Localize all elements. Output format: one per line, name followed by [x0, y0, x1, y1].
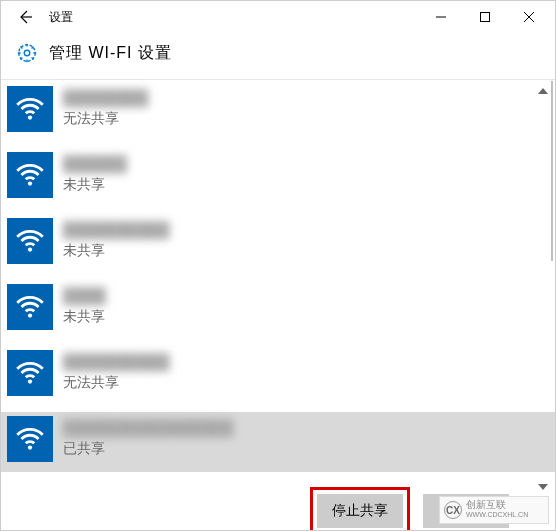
scrollbar[interactable]	[547, 81, 553, 491]
svg-point-8	[28, 247, 32, 251]
wifi-icon	[7, 416, 53, 462]
wifi-status: 未共享	[63, 176, 127, 194]
svg-rect-1	[481, 13, 490, 22]
svg-point-7	[28, 181, 32, 185]
window-controls	[419, 3, 551, 31]
wifi-info: ██████████未共享	[63, 218, 169, 260]
wifi-status: 未共享	[63, 308, 106, 326]
close-icon	[524, 12, 534, 22]
watermark-badge: CX	[444, 501, 462, 519]
wifi-name: ████████████████	[63, 418, 233, 438]
wifi-status: 已共享	[63, 440, 233, 458]
scroll-down-arrow-icon[interactable]	[537, 481, 549, 493]
back-button[interactable]	[5, 3, 45, 31]
wifi-item[interactable]: ██████未共享	[7, 148, 549, 214]
minimize-icon	[436, 12, 446, 22]
window-title: 设置	[49, 9, 419, 26]
wifi-icon	[7, 350, 53, 396]
wifi-name: ██████████	[63, 220, 169, 240]
titlebar: 设置	[1, 1, 555, 33]
svg-point-4	[24, 50, 30, 56]
wifi-name: ██████████	[63, 352, 169, 372]
wifi-info: ██████████无法共享	[63, 350, 169, 392]
wifi-item[interactable]: ██████████无法共享	[7, 346, 549, 412]
gear-icon	[15, 41, 39, 65]
wifi-info: ████未共享	[63, 284, 106, 326]
wifi-icon	[7, 152, 53, 198]
wifi-icon	[7, 218, 53, 264]
maximize-button[interactable]	[463, 3, 507, 31]
back-arrow-icon	[17, 9, 33, 25]
wifi-item[interactable]: ████████无法共享	[7, 82, 549, 148]
wifi-info: ██████未共享	[63, 152, 127, 194]
wifi-name: ██████	[63, 154, 127, 174]
wifi-item[interactable]: ██████████未共享	[7, 214, 549, 280]
wifi-name: ████	[63, 286, 106, 306]
watermark: CX 创新互联 WWW.CDCXHL.CN	[439, 496, 549, 524]
wifi-status: 无法共享	[63, 110, 148, 128]
wifi-name: ████████	[63, 88, 148, 108]
page-header: 管理 WI-FI 设置	[1, 33, 555, 80]
svg-point-10	[28, 379, 32, 383]
scrollbar-thumb[interactable]	[551, 81, 553, 261]
wifi-info: ████████████████已共享	[63, 416, 233, 458]
wifi-icon	[7, 86, 53, 132]
svg-point-9	[28, 313, 32, 317]
wifi-item[interactable]: ████████████████已共享	[1, 412, 555, 472]
close-button[interactable]	[507, 3, 551, 31]
minimize-button[interactable]	[419, 3, 463, 31]
svg-point-11	[28, 445, 32, 449]
page-title: 管理 WI-FI 设置	[49, 43, 172, 64]
wifi-icon	[7, 284, 53, 330]
stop-sharing-button[interactable]: 停止共享	[317, 494, 403, 528]
svg-point-6	[28, 115, 32, 119]
maximize-icon	[480, 12, 490, 22]
wifi-status: 无法共享	[63, 374, 169, 392]
wifi-info: ████████无法共享	[63, 86, 148, 128]
wifi-item[interactable]: ████未共享	[7, 280, 549, 346]
wifi-list: ████████无法共享██████未共享██████████未共享████未共…	[1, 80, 555, 472]
wifi-status: 未共享	[63, 242, 169, 260]
watermark-text: 创新互联 WWW.CDCXHL.CN	[466, 500, 528, 520]
